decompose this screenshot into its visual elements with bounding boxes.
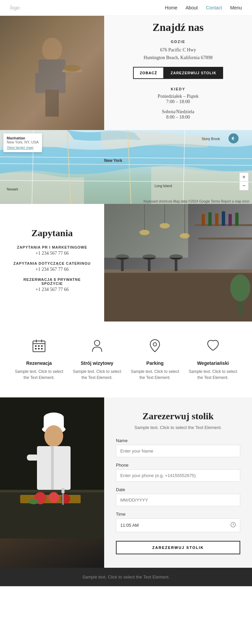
view-button[interactable]: ZOBACŹ xyxy=(133,67,164,79)
map-larger-link[interactable]: View larger map xyxy=(7,145,39,149)
zoom-in-button[interactable]: + xyxy=(240,173,248,181)
svg-text:New York: New York xyxy=(104,158,122,163)
restaurant-bar-image xyxy=(104,204,252,321)
catering-inquiry: ZAPYTANIA DOTYCZĄCE CATERINGU +1 234 567… xyxy=(13,261,91,272)
hero-image-placeholder xyxy=(0,16,104,130)
time-group: Time 11:05 AM xyxy=(116,512,240,532)
svg-rect-72 xyxy=(62,491,64,505)
svg-rect-38 xyxy=(215,213,218,226)
time-value: 11:05 AM xyxy=(120,523,139,528)
pr-label: ZAPYTANIA PR I MARKETINGOWE xyxy=(17,245,87,249)
reservation-subtitle: Sample text. Click to select the Text El… xyxy=(116,425,240,430)
features-section: Rezerwacja Sample text. Click to select … xyxy=(0,321,252,397)
map-popup-subtitle: New York, NY, USA xyxy=(7,140,39,144)
map-footer: Keyboard shortcuts Map data ©2024 Google… xyxy=(143,200,249,203)
heart-icon xyxy=(186,338,240,356)
svg-rect-42 xyxy=(104,204,188,258)
svg-rect-73 xyxy=(61,488,65,493)
calendar-svg xyxy=(32,338,46,353)
action-buttons: ZOBACŹ ZAREZERWUJ STOLIK xyxy=(133,67,223,79)
reserve-button[interactable]: ZAREZERWUJ STOLIK xyxy=(164,67,223,79)
svg-point-69 xyxy=(48,492,59,503)
clock-svg xyxy=(230,522,236,527)
feature-stroj: Strój wizytowy Sample text. Click to sel… xyxy=(70,338,124,381)
time-label: Time xyxy=(116,512,240,517)
person-svg xyxy=(90,338,104,353)
feature-text-stroj: Sample text. Click to select the Text El… xyxy=(70,369,124,381)
map-popup: Manhattan New York, NY, USA View larger … xyxy=(3,133,42,152)
map-zoom-controls: + − xyxy=(239,172,249,190)
svg-rect-36 xyxy=(202,214,205,226)
hero-title: Znajdź nas xyxy=(153,21,204,34)
svg-marker-19 xyxy=(234,136,236,140)
phone-label: Phone xyxy=(116,463,240,468)
feature-text-parking: Sample text. Click to select the Text El… xyxy=(128,369,182,381)
svg-point-0 xyxy=(42,38,62,61)
location-icon xyxy=(128,338,182,356)
private-label: REZERWACJA $ PRYWATNE SPOŻYCIE xyxy=(13,277,91,286)
svg-rect-35 xyxy=(198,238,252,240)
footer: Sample text. Click to select the Text El… xyxy=(0,568,252,586)
bar-image-placeholder xyxy=(104,204,252,321)
time-input-wrapper: 11:05 AM xyxy=(116,518,240,532)
hero-info: Znajdź nas GDZIE 676 Pacific C Hwy Hunti… xyxy=(104,16,252,130)
svg-rect-2 xyxy=(35,73,42,93)
reservation-section: Zarezerwuj stolik Sample text. Click to … xyxy=(0,397,252,568)
hero-restaurant-image xyxy=(0,16,104,130)
heart-svg xyxy=(206,338,220,353)
bar-illustration xyxy=(104,204,252,321)
navigation: logo Home About Contact Menu xyxy=(0,0,252,16)
svg-rect-52 xyxy=(35,348,37,349)
private-phone: +1 234 567 77 66 xyxy=(13,287,91,292)
zoom-out-button[interactable]: − xyxy=(240,181,248,190)
svg-point-71 xyxy=(29,499,39,504)
svg-rect-49 xyxy=(35,345,37,347)
when-label: KIEDY xyxy=(171,87,185,91)
name-label: Name xyxy=(116,438,240,443)
feature-title-stroj: Strój wizytowy xyxy=(70,360,124,366)
svg-rect-53 xyxy=(38,348,40,349)
where-label: GDZIE xyxy=(171,40,185,44)
footer-text: Sample text. Click to select the Text El… xyxy=(7,574,245,579)
svg-rect-65 xyxy=(51,446,54,490)
svg-rect-51 xyxy=(41,345,43,347)
svg-text:Newark: Newark xyxy=(7,187,18,191)
private-inquiry: REZERWACJA $ PRYWATNE SPOŻYCIE +1 234 56… xyxy=(13,277,91,292)
nav-menu[interactable]: Menu xyxy=(230,5,242,10)
directions-icon xyxy=(231,136,236,141)
feature-wegetarianski: Wegetariański Sample text. Click to sele… xyxy=(186,338,240,381)
svg-rect-59 xyxy=(0,490,104,492)
name-input[interactable] xyxy=(116,445,240,457)
svg-point-62 xyxy=(44,413,64,423)
date-input[interactable] xyxy=(116,494,240,506)
location-svg xyxy=(148,338,162,353)
svg-rect-40 xyxy=(228,214,232,226)
map-directions-button[interactable] xyxy=(228,133,239,143)
nav-home[interactable]: Home xyxy=(165,5,177,10)
nav-contact[interactable]: Contact xyxy=(206,5,222,10)
feature-text-rezerwacja: Sample text. Click to select the Text El… xyxy=(12,369,66,381)
svg-rect-5 xyxy=(45,90,59,117)
phone-input[interactable] xyxy=(116,469,240,482)
map-background: New York Manhattan Long Island Newark St… xyxy=(0,130,252,204)
map-popup-title: Manhattan xyxy=(7,136,39,140)
pr-inquiry: ZAPYTANIA PR I MARKETINGOWE +1 234 567 7… xyxy=(17,245,87,256)
svg-text:Stony Brook: Stony Brook xyxy=(202,137,220,141)
svg-text:Long Island: Long Island xyxy=(155,184,172,188)
phone-group: Phone xyxy=(116,463,240,482)
chef-illustration xyxy=(0,397,104,539)
svg-rect-37 xyxy=(208,212,212,226)
logo: logo xyxy=(10,5,19,11)
nav-about[interactable]: About xyxy=(185,5,198,10)
clock-icon xyxy=(230,522,236,528)
svg-line-76 xyxy=(233,525,234,525)
svg-rect-50 xyxy=(38,345,40,347)
reservation-form: Zarezerwuj stolik Sample text. Click to … xyxy=(104,397,252,568)
catering-label: ZAPYTANIA DOTYCZĄCE CATERINGU xyxy=(13,261,91,265)
address: 676 Pacific C Hwy Huntington Beach, Kali… xyxy=(143,46,212,61)
svg-rect-27 xyxy=(104,269,252,273)
submit-reserve-button[interactable]: ZAREZERWUJ STOLIK xyxy=(116,541,240,554)
catering-phone: +1 234 567 77 66 xyxy=(13,267,91,272)
hero-section: Znajdź nas GDZIE 676 Pacific C Hwy Hunti… xyxy=(0,16,252,130)
zapytania-info: Zapytania ZAPYTANIA PR I MARKETINGOWE +1… xyxy=(0,204,104,321)
